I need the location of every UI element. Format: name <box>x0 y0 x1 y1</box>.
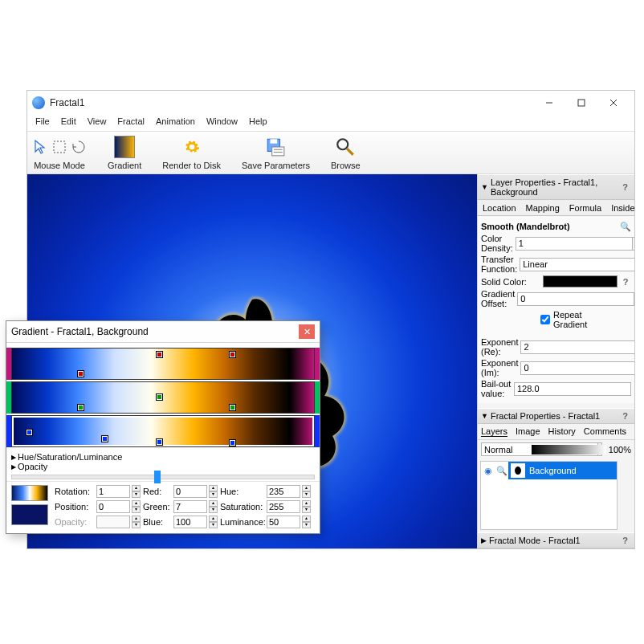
gradient-band-1[interactable] <box>11 348 315 380</box>
caret-down-icon: ▼ <box>481 183 488 191</box>
slider-thumb[interactable] <box>154 471 161 483</box>
position-input[interactable] <box>96 500 130 513</box>
layer-properties-body: Smooth (Mandelbrot)🔍 Color Density: ▾ ⟳ … <box>478 216 634 403</box>
visibility-icon[interactable]: ◉ <box>481 466 495 476</box>
spinner[interactable]: ▴▾ <box>209 485 218 498</box>
app-icon <box>32 96 45 109</box>
saturation-input[interactable] <box>267 500 300 513</box>
minimize-button[interactable] <box>533 92 565 113</box>
svg-line-11 <box>347 149 353 155</box>
gradient-handle[interactable] <box>230 440 235 446</box>
gradient-preview[interactable] <box>11 485 48 501</box>
tab-mapping[interactable]: Mapping <box>521 200 565 215</box>
bailout-input[interactable] <box>514 382 631 396</box>
tab-comments[interactable]: Comments <box>584 426 626 437</box>
tab-inside[interactable]: Inside <box>606 200 634 215</box>
tool-gradient[interactable]: Gradient <box>108 135 141 170</box>
tab-layers[interactable]: Layers <box>481 426 507 437</box>
gradient-end-left[interactable] <box>6 415 11 447</box>
close-icon[interactable]: ✕ <box>299 324 315 339</box>
solid-color-swatch[interactable] <box>543 275 618 287</box>
spinner[interactable]: ▴▾ <box>132 500 141 513</box>
fractal-mode-header[interactable]: ▶ Fractal Mode - Fractal1 ? <box>478 532 634 548</box>
gradient-dialog: Gradient - Fractal1, Background ✕ <box>6 320 320 534</box>
gradient-handle[interactable] <box>157 352 162 357</box>
gradient-band-3[interactable] <box>11 415 315 447</box>
menu-file[interactable]: File <box>31 115 55 131</box>
repeat-gradient-checkbox[interactable]: Repeat Gradient <box>540 310 600 329</box>
hsl-toggle[interactable]: ▶Hue/Saturation/Luminance <box>11 452 315 462</box>
color-density-input[interactable] <box>516 237 633 251</box>
tab-location[interactable]: Location <box>478 200 521 215</box>
tool-render[interactable]: Render to Disk <box>162 135 221 170</box>
exponent-re-input[interactable] <box>520 340 634 354</box>
luminance-input[interactable] <box>267 516 300 528</box>
tab-image[interactable]: Image <box>516 426 540 437</box>
transfer-function-select[interactable] <box>520 258 634 271</box>
tool-browse[interactable]: Browse <box>331 135 361 170</box>
exponent-im-input[interactable] <box>520 361 634 375</box>
gradient-icon <box>114 136 135 158</box>
menu-window[interactable]: Window <box>202 115 243 131</box>
gradient-offset-input[interactable] <box>517 292 634 306</box>
selected-color-swatch[interactable] <box>11 504 48 525</box>
svg-rect-7 <box>272 147 284 156</box>
gradient-end-left[interactable] <box>6 381 11 414</box>
gradient-end-right[interactable] <box>315 381 320 414</box>
layer-properties-header[interactable]: ▼ Layer Properties - Fractal1, Backgroun… <box>478 174 634 200</box>
blue-input[interactable] <box>173 516 207 528</box>
fractal-properties-tabs: Layers Image History Comments <box>478 424 634 440</box>
gradient-handle[interactable] <box>157 439 162 445</box>
close-button[interactable] <box>597 92 630 113</box>
gradient-handle[interactable] <box>230 352 235 357</box>
menu-help[interactable]: Help <box>244 115 272 131</box>
maximize-button[interactable] <box>565 92 597 113</box>
gradient-handle[interactable] <box>78 371 84 377</box>
spinner[interactable]: ▴▾ <box>302 500 311 513</box>
menu-fractal[interactable]: Fractal <box>112 115 149 131</box>
help-icon[interactable]: ? <box>620 276 631 287</box>
help-icon[interactable]: ? <box>619 182 631 192</box>
spinner[interactable]: ▴▾ <box>302 516 311 528</box>
magnifier-plus-icon[interactable]: 🔍 <box>620 221 631 232</box>
layer-properties-tabs: Location Mapping Formula Inside Outside <box>478 200 634 216</box>
gradient-handle[interactable] <box>230 405 235 410</box>
gradient-band-2[interactable] <box>11 381 315 414</box>
tab-formula[interactable]: Formula <box>565 200 606 215</box>
window-title: Fractal1 <box>50 97 533 108</box>
tool-mouse-mode[interactable]: Mouse Mode <box>32 135 87 170</box>
gradient-end-left[interactable] <box>6 348 11 380</box>
gradient-end-right[interactable] <box>315 348 320 380</box>
gradient-handle[interactable] <box>102 436 108 442</box>
layer-row[interactable]: ◉ 🔍 Background <box>481 462 617 479</box>
gradient-end-right[interactable] <box>315 415 320 447</box>
gradient-slider[interactable] <box>11 475 315 479</box>
rotation-input[interactable] <box>96 485 130 498</box>
hue-input[interactable] <box>267 485 300 498</box>
svg-rect-6 <box>271 139 278 143</box>
chevron-down-icon[interactable]: ▾ <box>633 237 634 251</box>
tool-save-params[interactable]: Save Parameters <box>242 135 310 170</box>
menu-view[interactable]: View <box>83 115 112 131</box>
fractal-properties-header[interactable]: ▼ Fractal Properties - Fractal1 ? <box>478 408 634 424</box>
menu-animation[interactable]: Animation <box>151 115 200 131</box>
spinner[interactable]: ▴▾ <box>209 500 218 513</box>
spinner[interactable]: ▴▾ <box>209 516 218 528</box>
gradient-handle[interactable] <box>78 405 84 410</box>
menu-edit[interactable]: Edit <box>56 115 81 131</box>
help-icon[interactable]: ? <box>619 536 631 545</box>
spinner[interactable]: ▴▾ <box>302 485 311 498</box>
tab-history[interactable]: History <box>548 426 576 437</box>
right-panel: ▼ Layer Properties - Fractal1, Backgroun… <box>477 174 634 548</box>
help-icon[interactable]: ? <box>619 411 631 421</box>
red-input[interactable] <box>173 485 207 498</box>
gradient-dialog-titlebar[interactable]: Gradient - Fractal1, Background ✕ <box>6 321 320 343</box>
opacity-toggle[interactable]: ▶Opacity <box>11 462 315 471</box>
gradient-handle[interactable] <box>26 430 32 435</box>
spinner[interactable]: ▴▾ <box>132 485 141 498</box>
green-input[interactable] <box>173 500 207 513</box>
gradient-handle[interactable] <box>157 394 162 400</box>
save-icon <box>265 137 286 157</box>
magnifier-icon[interactable]: 🔍 <box>495 466 508 476</box>
opacity-slider[interactable] <box>532 445 606 454</box>
